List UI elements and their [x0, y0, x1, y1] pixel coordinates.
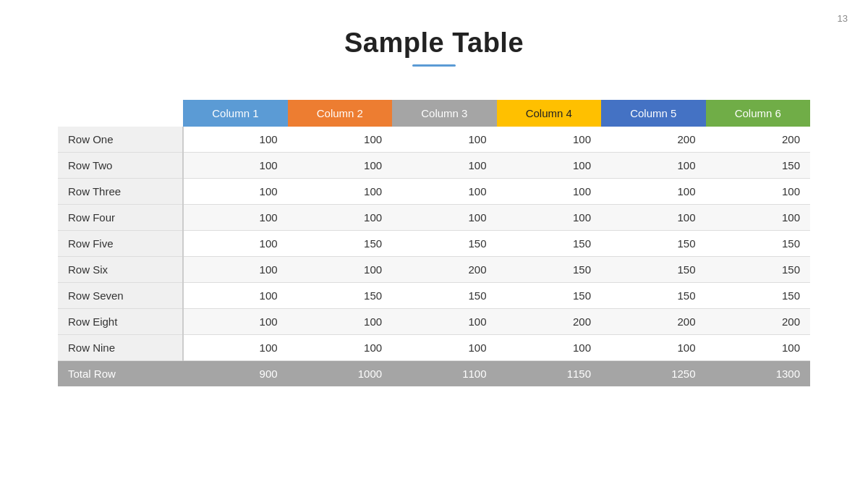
table-cell: 100 — [601, 179, 705, 205]
row-label: Row Nine — [58, 335, 183, 361]
table-row: Row One100100100100200200 — [58, 127, 810, 153]
table-cell: 150 — [288, 231, 392, 257]
table-row: Row Five100150150150150150 — [58, 231, 810, 257]
table-cell: 100 — [392, 205, 496, 231]
table-cell: 100 — [392, 179, 496, 205]
row-label: Row Three — [58, 179, 183, 205]
table-cell: 100 — [497, 335, 601, 361]
table-row: Row Two100100100100100150 — [58, 153, 810, 179]
table-cell: 100 — [183, 283, 287, 309]
table-cell: 100 — [706, 205, 811, 231]
total-row-label: Total Row — [58, 361, 183, 387]
title-underline — [412, 64, 456, 67]
table-cell: 150 — [706, 153, 811, 179]
table-cell: 100 — [601, 205, 705, 231]
table-cell: 100 — [497, 127, 601, 153]
row-label: Row Two — [58, 153, 183, 179]
row-label: Row Seven — [58, 283, 183, 309]
table-cell: 100 — [392, 309, 496, 335]
table-cell: 100 — [288, 205, 392, 231]
table-cell: 150 — [288, 283, 392, 309]
table-cell: 100 — [183, 205, 287, 231]
table-cell: 100 — [183, 231, 287, 257]
table-cell: 150 — [497, 231, 601, 257]
slide-number: 13 — [838, 13, 848, 24]
table-cell: 100 — [288, 127, 392, 153]
table-row: Row Seven100150150150150150 — [58, 283, 810, 309]
table-cell: 150 — [706, 283, 811, 309]
total-row: Total Row90010001100115012501300 — [58, 361, 810, 387]
table-cell: 150 — [497, 283, 601, 309]
table-cell: 150 — [601, 231, 705, 257]
table-cell: 100 — [392, 153, 496, 179]
row-label: Row One — [58, 127, 183, 153]
table-cell: 100 — [183, 257, 287, 283]
table-cell: 100 — [183, 127, 287, 153]
row-label: Row Five — [58, 231, 183, 257]
row-label: Row Six — [58, 257, 183, 283]
table-header-row: Column 1 Column 2 Column 3 Column 4 Colu… — [58, 100, 810, 127]
total-cell: 1100 — [392, 361, 496, 387]
table-cell: 100 — [288, 153, 392, 179]
table-row: Row Nine100100100100100100 — [58, 335, 810, 361]
table-cell: 100 — [288, 179, 392, 205]
table-cell: 200 — [601, 127, 705, 153]
header-col1: Column 1 — [183, 100, 287, 127]
header-row-label — [58, 100, 183, 127]
table-cell: 150 — [497, 257, 601, 283]
total-cell: 1000 — [288, 361, 392, 387]
table-cell: 150 — [601, 283, 705, 309]
total-cell: 1300 — [706, 361, 811, 387]
header-col3: Column 3 — [392, 100, 496, 127]
table-cell: 100 — [706, 335, 811, 361]
table-cell: 200 — [392, 257, 496, 283]
header-col4: Column 4 — [497, 100, 601, 127]
table-cell: 150 — [392, 283, 496, 309]
row-label: Row Eight — [58, 309, 183, 335]
table-cell: 150 — [392, 231, 496, 257]
table-cell: 100 — [288, 257, 392, 283]
table-cell: 200 — [706, 127, 811, 153]
total-cell: 1250 — [601, 361, 705, 387]
table-cell: 100 — [497, 153, 601, 179]
table-row: Row Four100100100100100100 — [58, 205, 810, 231]
table-cell: 200 — [601, 309, 705, 335]
table-row: Row Eight100100100200200200 — [58, 309, 810, 335]
total-cell: 1150 — [497, 361, 601, 387]
table-cell: 100 — [392, 335, 496, 361]
table-cell: 100 — [706, 179, 811, 205]
table-cell: 100 — [497, 179, 601, 205]
table-cell: 200 — [706, 309, 811, 335]
table-cell: 100 — [497, 205, 601, 231]
header-col6: Column 6 — [706, 100, 811, 127]
table-cell: 100 — [288, 335, 392, 361]
table-cell: 150 — [706, 257, 811, 283]
table-cell: 100 — [601, 153, 705, 179]
header-col5: Column 5 — [601, 100, 705, 127]
table-cell: 150 — [706, 231, 811, 257]
table-cell: 100 — [392, 127, 496, 153]
table-container: Column 1 Column 2 Column 3 Column 4 Colu… — [58, 100, 810, 386]
table-row: Row Six100100200150150150 — [58, 257, 810, 283]
page-title: Sample Table — [0, 27, 868, 59]
table-cell: 150 — [601, 257, 705, 283]
table-cell: 100 — [183, 335, 287, 361]
table-cell: 100 — [288, 309, 392, 335]
total-cell: 900 — [183, 361, 287, 387]
table-row: Row Three100100100100100100 — [58, 179, 810, 205]
table-cell: 100 — [183, 179, 287, 205]
header-col2: Column 2 — [288, 100, 392, 127]
sample-table: Column 1 Column 2 Column 3 Column 4 Colu… — [58, 100, 810, 386]
title-area: Sample Table — [0, 0, 868, 74]
table-cell: 100 — [601, 335, 705, 361]
table-cell: 100 — [183, 309, 287, 335]
table-cell: 100 — [183, 153, 287, 179]
table-cell: 200 — [497, 309, 601, 335]
row-label: Row Four — [58, 205, 183, 231]
